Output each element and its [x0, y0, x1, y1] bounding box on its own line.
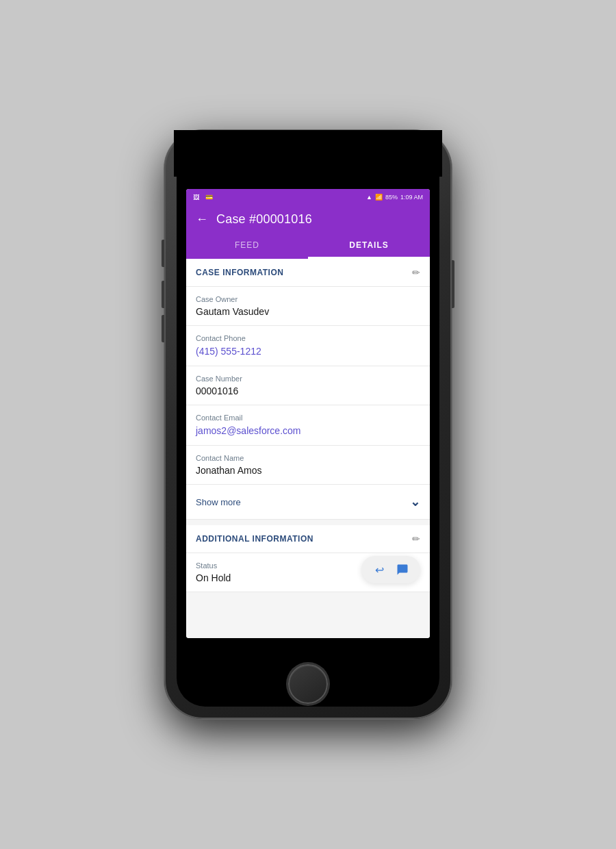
screen-outer: 🖼 💳 ▲ 📶 85% 1:09 AM ← Case #00001016 [177, 142, 439, 707]
tab-details[interactable]: DETAILS [308, 233, 430, 259]
additional-information-section: ADDITIONAL INFORMATION ✏ Status On Hold … [186, 525, 430, 592]
battery-level: 85% [385, 194, 398, 201]
chat-icon [396, 563, 409, 576]
field-label-case-number: Case Number [196, 375, 420, 383]
field-label-contact-email: Contact Email [196, 414, 420, 422]
additional-info-edit-icon[interactable]: ✏ [412, 533, 420, 544]
chevron-down-icon: ⌄ [410, 494, 420, 509]
phone-device: 🖼 💳 ▲ 📶 85% 1:09 AM ← Case #00001016 [164, 130, 452, 719]
screen-inner: 🖼 💳 ▲ 📶 85% 1:09 AM ← Case #00001016 [186, 189, 430, 638]
field-contact-email: Contact Email jamos2@salesforce.com [186, 405, 430, 446]
case-info-header: CASE INFORMATION ✏ [186, 259, 430, 287]
status-right: ▲ 📶 85% 1:09 AM [366, 194, 423, 201]
content-area: CASE INFORMATION ✏ Case Owner Gautam Vas… [186, 259, 430, 638]
case-information-section: CASE INFORMATION ✏ Case Owner Gautam Vas… [186, 259, 430, 520]
field-value-contact-name: Jonathan Amos [196, 465, 420, 476]
wifi-icon: ▲ [366, 194, 372, 201]
action-pill: ↩ [361, 556, 420, 583]
case-info-title: CASE INFORMATION [196, 268, 283, 277]
field-case-owner: Case Owner Gautam Vasudev [186, 287, 430, 326]
tab-bar: FEED DETAILS [186, 233, 430, 259]
field-label-contact-name: Contact Name [196, 454, 420, 462]
field-case-number: Case Number 00001016 [186, 366, 430, 405]
field-contact-name: Contact Name Jonathan Amos [186, 446, 430, 485]
case-info-edit-icon[interactable]: ✏ [412, 267, 420, 278]
field-label-case-owner: Case Owner [196, 295, 420, 303]
additional-info-title: ADDITIONAL INFORMATION [196, 534, 313, 544]
field-status: Status On Hold ↩ [186, 553, 430, 592]
show-more-row[interactable]: Show more ⌄ [186, 485, 430, 520]
field-value-case-owner: Gautam Vasudev [196, 306, 420, 317]
time-display: 1:09 AM [400, 194, 423, 201]
img-icon: 🖼 [193, 194, 203, 201]
back-button[interactable]: ← [196, 212, 208, 227]
header-title: Case #00001016 [216, 212, 312, 227]
app-header: ← Case #00001016 [186, 205, 430, 233]
status-bar: 🖼 💳 ▲ 📶 85% 1:09 AM [186, 189, 430, 205]
status-left: 🖼 💳 [193, 194, 215, 201]
pay-icon: 💳 [205, 194, 215, 201]
signal-icon: 📶 [375, 194, 383, 201]
field-value-case-number: 00001016 [196, 385, 420, 396]
message-button[interactable] [393, 560, 412, 579]
field-value-contact-email[interactable]: jamos2@salesforce.com [196, 425, 301, 436]
field-contact-phone: Contact Phone (415) 555-1212 [186, 326, 430, 366]
reply-button[interactable]: ↩ [370, 560, 389, 579]
status-actions: ↩ [361, 556, 420, 583]
tab-feed[interactable]: FEED [186, 233, 308, 259]
home-button[interactable] [288, 664, 328, 704]
field-value-contact-phone[interactable]: (415) 555-1212 [196, 346, 261, 357]
field-label-contact-phone: Contact Phone [196, 334, 420, 342]
show-more-label: Show more [196, 497, 241, 507]
additional-info-header: ADDITIONAL INFORMATION ✏ [186, 525, 430, 553]
phone-body: 🖼 💳 ▲ 📶 85% 1:09 AM ← Case #00001016 [164, 130, 452, 719]
